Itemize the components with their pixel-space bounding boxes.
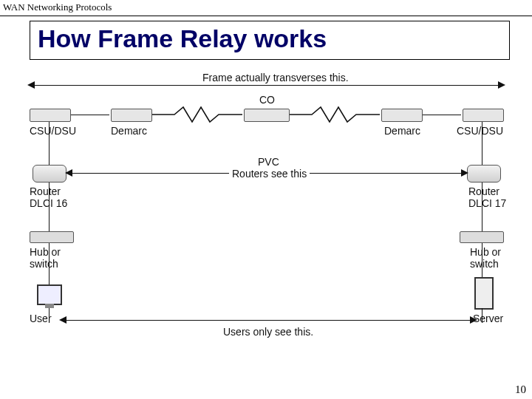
left-demarc-device-icon: [111, 109, 152, 122]
left-hub-label2: switch: [30, 258, 58, 270]
routers-see-label: Routers see this: [229, 168, 310, 180]
lightning-link-icon: [290, 106, 380, 123]
left-csu-label: CSU/DSU: [30, 125, 76, 137]
arrow-right-icon: [461, 169, 468, 177]
page-title: How Frame Relay works: [38, 24, 502, 53]
conn-line: [482, 243, 482, 277]
bottom-span-line: [65, 320, 470, 321]
arrow-left-icon: [65, 169, 72, 177]
server-label: Server: [473, 313, 503, 324]
right-demarc-label: Demarc: [384, 125, 420, 137]
top-span-line: [34, 85, 498, 86]
bottom-caption: Users only see this.: [223, 326, 313, 338]
left-router-icon: [33, 165, 66, 183]
arrow-left-icon: [27, 81, 35, 89]
conn-line: [49, 122, 50, 165]
right-hub-label1: Hub or: [470, 246, 501, 258]
conn-line: [49, 183, 50, 231]
left-hub-label1: Hub or: [30, 246, 61, 258]
conn-line: [71, 115, 109, 115]
user-computer-icon: [37, 284, 62, 305]
conn-line: [482, 183, 482, 231]
left-demarc-label: Demarc: [111, 125, 147, 137]
breadcrumb: WAN Networking Protocols: [0, 0, 532, 16]
left-csu-device-icon: [30, 109, 71, 122]
server-icon: [474, 277, 494, 310]
left-hub-icon: [30, 231, 74, 243]
conn-line: [49, 243, 50, 284]
right-demarc-device-icon: [381, 109, 423, 122]
top-caption: Frame actually transverses this.: [200, 72, 352, 83]
title-box: How Frame Relay works: [30, 21, 510, 60]
page-number: 10: [515, 383, 526, 396]
lightning-link-icon: [152, 106, 242, 123]
arrow-right-icon: [498, 81, 505, 89]
user-label: User: [30, 313, 52, 324]
left-router-label: Router: [30, 185, 61, 197]
right-router-icon: [467, 165, 501, 183]
right-hub-icon: [460, 231, 504, 243]
frame-relay-diagram: Frame actually transverses this. CO CSU/…: [30, 76, 510, 353]
right-dlci-label: DLCI 17: [468, 197, 506, 209]
breadcrumb-text: WAN Networking Protocols: [3, 1, 112, 13]
co-device-icon: [244, 109, 290, 122]
right-csu-device-icon: [463, 109, 504, 122]
conn-line: [482, 122, 482, 165]
right-router-label: Router: [468, 185, 499, 197]
conn-line: [423, 115, 461, 115]
right-csu-label: CSU/DSU: [457, 125, 503, 137]
co-label: CO: [259, 94, 275, 106]
pvc-label: PVC: [255, 156, 282, 168]
right-hub-label2: switch: [470, 258, 499, 270]
arrow-left-icon: [59, 316, 66, 324]
